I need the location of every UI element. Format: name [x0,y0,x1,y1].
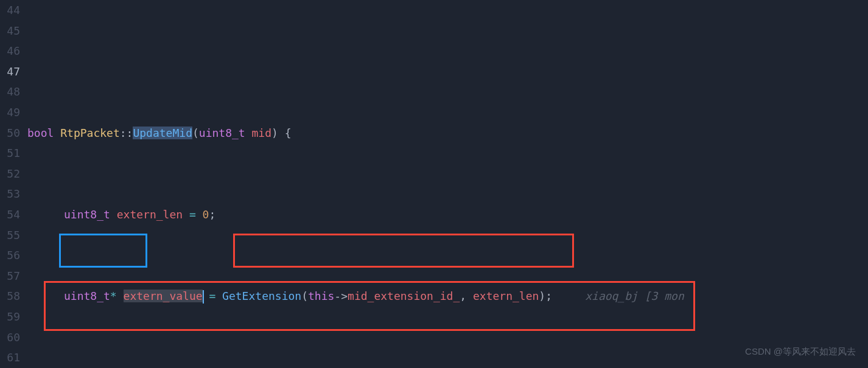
annotation-box-blue [59,234,147,268]
line-number: 44 [0,0,20,21]
param-type: uint8_t [199,127,245,139]
type: uint8_t [64,208,110,221]
member: mid_extension_id_ [348,290,460,302]
type: uint8_t [64,290,110,302]
watermark: CSDN @等风来不如迎风去 [745,341,856,362]
line-number: 58 [0,286,20,307]
line-number: 52 [0,164,20,184]
line-number: 51 [0,143,20,164]
line-number-current: 47 [0,61,20,82]
line-number: 54 [0,204,20,225]
line-number: 53 [0,184,20,204]
code-line-current[interactable]: uint8_t* extern_value = GetExtension(thi… [27,286,868,307]
number: 0 [203,208,209,221]
param-name: mid [252,127,272,139]
line-number: 49 [0,102,20,123]
line-number-gutter: 44 45 46 47 48 49 50 51 52 53 54 55 56 5… [0,0,27,368]
scope-op: :: [120,127,133,139]
code-line[interactable]: bool RtpPacket::UpdateMid(uint8_t mid) { [27,123,868,144]
keyword-this: this [308,290,334,302]
variable: extern_len [117,208,183,221]
keyword-bool: bool [27,127,54,139]
line-number: 46 [0,41,20,61]
code-line[interactable]: uint8_t extern_len = 0; [27,204,868,225]
line-number: 60 [0,327,20,348]
variable-highlighted: extern_value [124,290,203,302]
code-line[interactable] [27,41,868,61]
line-number: 45 [0,21,20,41]
argument: extern_len [473,290,539,302]
line-number: 48 [0,82,20,102]
line-number: 61 [0,347,20,368]
class-name: RtpPacket [60,127,120,139]
line-number: 55 [0,225,20,246]
function-name: UpdateMid [133,127,192,139]
git-blame: xiaoq_bj [3 mon [585,290,684,302]
function-call: GetExtension [222,290,301,302]
line-number: 50 [0,123,20,144]
line-number: 56 [0,245,20,266]
line-number: 59 [0,307,20,327]
annotation-box-red-1 [233,234,574,268]
code-area[interactable]: bool RtpPacket::UpdateMid(uint8_t mid) {… [27,0,868,368]
line-number: 57 [0,266,20,286]
code-editor[interactable]: 44 45 46 47 48 49 50 51 52 53 54 55 56 5… [0,0,868,368]
